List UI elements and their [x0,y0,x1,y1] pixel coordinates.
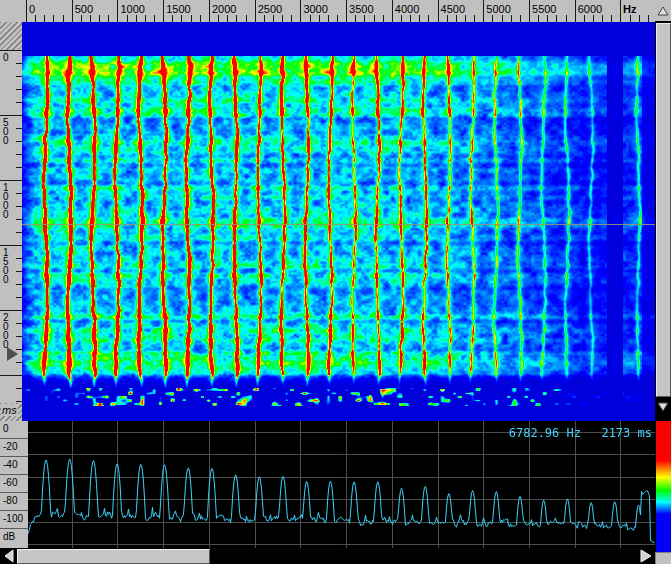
frequency-tick-label: 2500 [258,3,282,15]
scroll-up-button[interactable] [655,0,671,22]
frequency-tick-label: 1000 [120,3,144,15]
app-window: Hz 0500100015002000250030003500400045005… [0,0,671,564]
horizontal-scrollbar-thumb[interactable] [17,549,210,564]
intensity-colorbar [655,421,671,552]
db-tick-label: -80 [0,493,28,511]
spectrum-panel[interactable]: 6782.96 Hz 2173 ms [28,421,655,548]
arrow-down-icon [657,402,669,412]
db-unit-label: dB [0,529,28,547]
frequency-tick-label: 4500 [441,3,465,15]
frequency-minor-ticks [26,15,655,22]
pre-roll-hatch [0,22,22,50]
vertical-scrollbar-thumb[interactable] [656,23,671,397]
frequency-tick-label: 6000 [578,3,602,15]
spectrum-canvas[interactable] [28,421,655,548]
time-tick-label: 1500 [3,248,11,284]
frequency-tick-label: 4000 [395,3,419,15]
frequency-tick-label: 1500 [166,3,190,15]
db-tick-label: -60 [0,475,28,493]
time-tick-label: 0 [3,53,11,62]
time-unit-label: ms [1,404,18,416]
frequency-tick-label: 5500 [532,3,556,15]
time-tick-label: 500 [3,118,11,145]
frequency-tick-label: 3500 [349,3,373,15]
db-tick-label: -20 [0,439,28,457]
corner-box-top-left [0,0,23,23]
horizontal-scrollbar[interactable] [0,548,655,564]
db-tick-label: -100 [0,511,28,529]
frequency-readout: 6782.96 Hz [509,426,581,440]
db-ruler: 0 -20 -40 -60 -80 -100 dB [0,421,28,548]
corner-box-bottom-right [655,552,671,564]
scroll-down-button[interactable] [655,397,671,417]
frequency-tick-label: 0 [29,3,35,15]
db-tick-label: 0 [0,421,28,439]
arrow-up-icon [657,6,669,16]
arrow-left-icon [3,549,15,563]
time-ruler: ms 0500100015002000 [0,22,23,422]
db-tick-label: -40 [0,457,28,475]
frequency-tick-label: 500 [75,3,93,15]
frequency-ruler: Hz 0500100015002000250030003500400045005… [22,0,655,23]
spectrogram-canvas[interactable] [22,22,655,421]
arrow-right-icon [639,549,653,563]
vertical-scrollbar[interactable] [655,0,671,421]
frequency-tick-label: 5000 [486,3,510,15]
time-readout: 2173 ms [601,426,652,440]
frequency-unit-label: Hz [623,3,636,15]
frequency-tick-label: 3000 [303,3,327,15]
scroll-right-button[interactable] [636,548,655,564]
time-tick-label: 2000 [3,313,11,349]
frequency-tick-label: 2000 [212,3,236,15]
time-cursor-line [22,224,655,225]
scroll-left-button[interactable] [0,548,17,564]
time-tick-label: 1000 [3,183,11,219]
